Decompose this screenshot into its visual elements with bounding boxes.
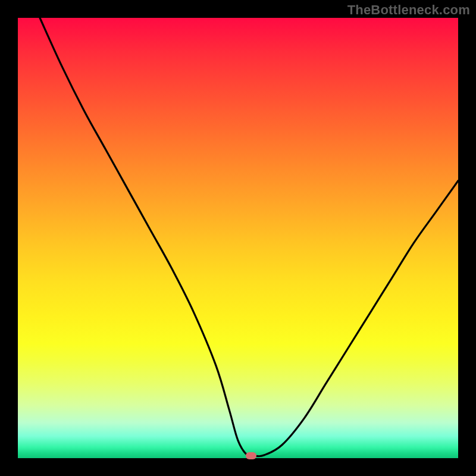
bottleneck-marker — [246, 452, 256, 459]
watermark-text: TheBottleneck.com — [347, 2, 470, 18]
chart-frame: TheBottleneck.com — [0, 0, 476, 476]
plot-area — [18, 18, 458, 458]
bottleneck-curve-path — [40, 18, 458, 456]
curve-svg — [18, 18, 458, 458]
